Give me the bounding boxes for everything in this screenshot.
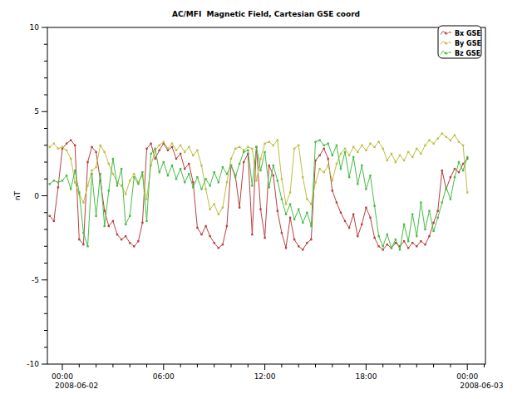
bz-series-trace	[49, 140, 469, 251]
y-axis-title: nT	[13, 190, 22, 200]
y-axis: 1050-5-10nT	[13, 23, 47, 368]
plot-frame	[47, 27, 485, 364]
legend-marker-sample	[445, 42, 446, 44]
legend-label: Bz GSE	[455, 50, 480, 57]
x-tick-label: 06:00	[153, 372, 175, 381]
legend-marker-sample	[445, 32, 446, 34]
x-tick-label: 00:00	[52, 372, 73, 381]
x-axis: 00:0006:0012:0018:0000:002008-06-022008-…	[52, 364, 503, 390]
y-tick-label: -5	[32, 276, 39, 284]
legend-label: Bx GSE	[455, 30, 481, 37]
start-date-label: 2008-06-02	[55, 382, 98, 390]
bx-series-trace	[49, 140, 469, 251]
x-tick-label: 18:00	[355, 372, 377, 381]
x-tick-label: 12:00	[254, 372, 276, 381]
cdaweb-plot-window: AC/MFI Magnetic Field, Cartesian GSE coo…	[0, 0, 532, 399]
legend-marker-sample	[445, 52, 446, 54]
magnetic-field-chart: 1050-5-10nT00:0006:0012:0018:0000:002008…	[0, 0, 532, 399]
legend-label: By GSE	[455, 40, 481, 47]
y-tick-label: 5	[34, 107, 39, 116]
y-tick-label: 10	[30, 23, 40, 32]
x-tick-label: 00:00	[456, 372, 478, 381]
legend-box: Bx GSEBy GSEBz GSE	[438, 26, 481, 58]
y-tick-label: 0	[34, 192, 39, 200]
end-date-label: 2008-06-03	[460, 382, 503, 390]
y-tick-label: -10	[27, 360, 39, 368]
